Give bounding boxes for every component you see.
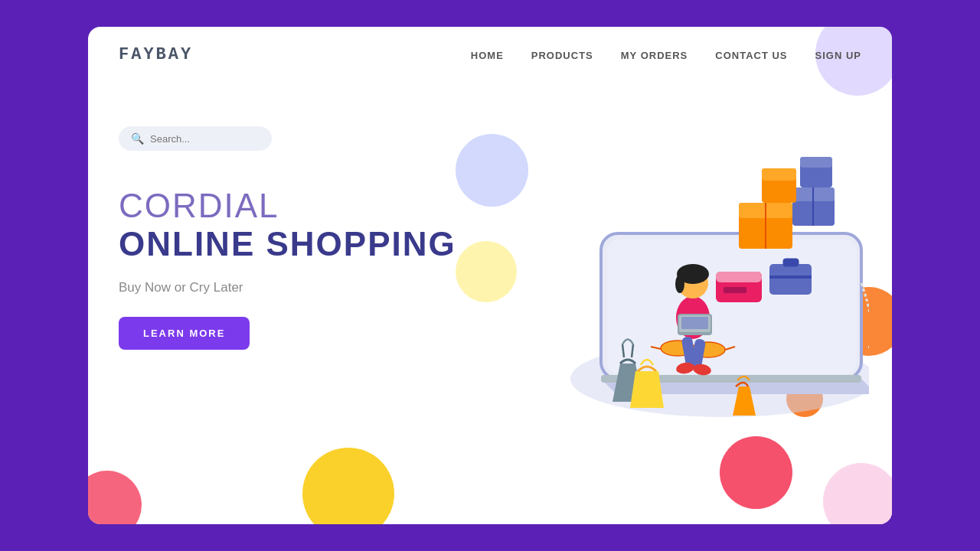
svg-rect-2 bbox=[607, 240, 857, 374]
hero-subtitle: Buy Now or Cry Later bbox=[119, 280, 456, 295]
svg-rect-19 bbox=[800, 157, 832, 168]
search-bar[interactable]: 🔍 bbox=[119, 126, 272, 151]
deco-circle-yellow-bc bbox=[302, 448, 394, 524]
logo: FAYBAY bbox=[119, 45, 193, 64]
deco-circle-pink-br bbox=[823, 463, 892, 524]
svg-rect-23 bbox=[769, 264, 812, 295]
navbar: FAYBAY HOME PRODUCTS MY ORDERS CONTACT U… bbox=[88, 27, 892, 64]
hero-line1: CORDIAL bbox=[119, 187, 456, 224]
hero-section: CORDIAL ONLINE SHOPPING Buy Now or Cry L… bbox=[119, 187, 456, 350]
nav-contact-us[interactable]: CONTACT US bbox=[715, 50, 787, 61]
nav-home[interactable]: HOME bbox=[471, 50, 504, 61]
search-icon: 🔍 bbox=[131, 132, 144, 145]
search-wrap: 🔍 bbox=[119, 126, 272, 151]
nav-sign-up[interactable]: SIGN UP bbox=[815, 50, 861, 61]
search-input[interactable] bbox=[150, 133, 260, 145]
svg-point-29 bbox=[675, 275, 684, 293]
nav-links: HOME PRODUCTS MY ORDERS CONTACT US SIGN … bbox=[471, 48, 861, 62]
svg-rect-25 bbox=[769, 276, 812, 279]
learn-more-button[interactable]: LEARN MORE bbox=[119, 317, 250, 350]
svg-rect-24 bbox=[783, 259, 799, 266]
svg-rect-22 bbox=[724, 287, 746, 293]
hero-illustration bbox=[501, 50, 869, 463]
main-card: FAYBAY HOME PRODUCTS MY ORDERS CONTACT U… bbox=[88, 27, 892, 524]
svg-rect-36 bbox=[681, 317, 708, 329]
svg-rect-21 bbox=[716, 272, 762, 282]
nav-my-orders[interactable]: MY ORDERS bbox=[621, 50, 688, 61]
nav-products[interactable]: PRODUCTS bbox=[531, 50, 593, 61]
svg-rect-17 bbox=[762, 168, 796, 181]
deco-circle-pink-bl bbox=[88, 471, 142, 524]
outer-background: FAYBAY HOME PRODUCTS MY ORDERS CONTACT U… bbox=[0, 0, 980, 551]
hero-line2: ONLINE SHOPPING bbox=[119, 224, 456, 265]
